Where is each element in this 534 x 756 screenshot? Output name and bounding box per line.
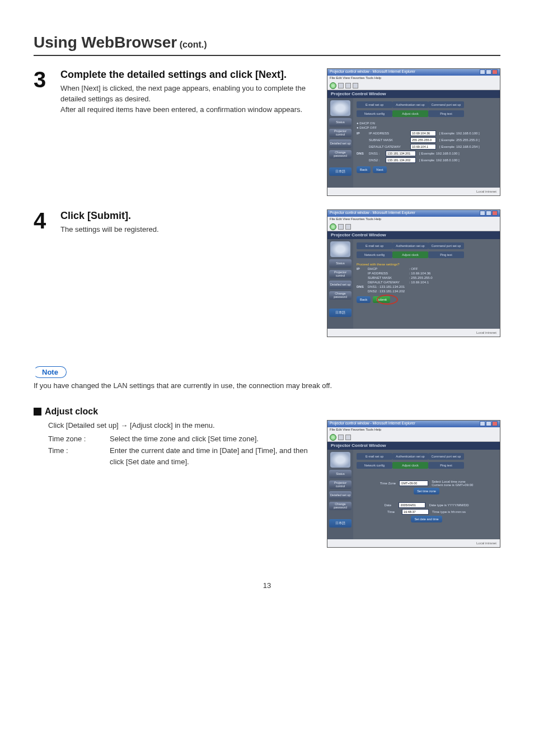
ie-menu[interactable]: File Edit View Favorites Tools Help (327, 217, 500, 222)
back-icon[interactable] (330, 223, 336, 230)
tab-email[interactable]: E-mail set up (357, 242, 392, 249)
step-4: 4 Click [Submit]. The settings will be r… (34, 209, 500, 337)
adjust-tz-label: Time zone : (48, 433, 104, 445)
ip-row-label: IP (357, 267, 366, 270)
tab-adjust-clock[interactable]: Adjust clock (392, 251, 428, 258)
tab-auth[interactable]: Authentication set up (392, 242, 428, 249)
sidebar-projector-control[interactable]: Projector control (329, 270, 352, 278)
sidebar-detailed-setup[interactable]: Detailed set up (329, 281, 352, 289)
toolbar-icon[interactable] (345, 435, 351, 440)
close-icon[interactable] (492, 211, 498, 216)
max-icon[interactable] (486, 69, 491, 74)
toolbar-icon[interactable] (345, 83, 351, 88)
set-timezone-button[interactable]: Set time zone (414, 488, 439, 494)
sidebar-change-password[interactable]: Change password (329, 502, 352, 510)
time-input[interactable]: 16:48:37 (402, 509, 429, 515)
sidebar-change-password[interactable]: Change password (329, 150, 352, 158)
toolbar-icon[interactable] (353, 83, 358, 88)
min-icon[interactable] (480, 421, 485, 426)
ie-window-step4: Projector control window - Microsoft Int… (327, 209, 500, 337)
ip-value: : 10.69.104.36 (409, 272, 430, 275)
back-icon[interactable] (330, 82, 336, 89)
back-button[interactable]: Back (357, 166, 371, 173)
page-number: 13 (34, 581, 500, 590)
dhcp-off-radio[interactable]: ● DHCP OFF (357, 126, 377, 129)
tab-ping[interactable]: Ping test (428, 462, 464, 469)
sidebar-status[interactable]: Status (329, 470, 352, 478)
page-title: Using WebBrowser (cont.) (34, 34, 500, 56)
ie-menu[interactable]: File Edit View Favorites Tools Help (327, 427, 500, 433)
back-button[interactable]: Back (357, 296, 371, 303)
tab-email[interactable]: E-mail set up (357, 453, 392, 460)
sidebar-japanese[interactable]: 日本語 (329, 519, 352, 528)
date-input[interactable]: 2005/04/01 (399, 502, 425, 508)
sidebar-detailed-setup[interactable]: Detailed set up (329, 491, 352, 500)
sidebar-status[interactable]: Status (329, 118, 352, 127)
projector-lens-icon (330, 100, 350, 116)
min-icon[interactable] (480, 211, 485, 216)
step-4-desc: The settings will be registered. (60, 225, 320, 235)
dns-row-label: DNS (357, 152, 366, 155)
sidebar-japanese[interactable]: 日本語 (329, 309, 352, 317)
date-label: Date (384, 503, 395, 507)
min-icon[interactable] (480, 69, 485, 74)
tab-network[interactable]: Network config (357, 251, 392, 258)
sidebar-projector-control[interactable]: Projector control (329, 480, 352, 489)
dns2-input[interactable]: 133.181.134.202 (386, 157, 416, 163)
set-datetime-button[interactable]: Set date and time (411, 516, 442, 522)
projector-lens-icon (330, 452, 350, 468)
ie-toolbar (327, 433, 500, 442)
ie-title-step3: Projector control window - Microsoft Int… (330, 69, 415, 75)
tab-email[interactable]: E-mail set up (357, 101, 392, 108)
max-icon[interactable] (486, 211, 491, 216)
dhcp-on-radio[interactable]: ● DHCP ON (357, 122, 375, 125)
ie-menu[interactable]: File Edit View Favorites Tools Help (327, 76, 500, 81)
time-label: Time (387, 510, 399, 514)
close-icon[interactable] (492, 421, 498, 426)
tab-network[interactable]: Network config (357, 110, 392, 117)
toolbar-icon[interactable] (338, 435, 344, 440)
tab-cmd[interactable]: Command port set up (428, 242, 464, 249)
sidebar-detailed-setup[interactable]: Detailed set up (329, 139, 352, 148)
sidebar-status[interactable]: Status (329, 259, 352, 268)
tab-auth[interactable]: Authentication set up (392, 453, 428, 460)
tab-ping[interactable]: Ping test (428, 251, 464, 258)
title-cont: (cont.) (177, 40, 207, 49)
pcw-header: Projector Control Window (327, 90, 500, 98)
adjust-time-label: Time : (48, 445, 104, 467)
toolbar-icon[interactable] (338, 224, 344, 230)
toolbar-icon[interactable] (338, 83, 344, 88)
adjust-time-text: Enter the current date and time in [Date… (110, 445, 320, 467)
gateway-example: [ Example: 192.168.0.254 ] (439, 145, 480, 148)
step-3-number: 3 (34, 68, 60, 91)
next-button[interactable]: Next (373, 166, 386, 173)
ip-input[interactable]: 10.69.104.36 (410, 130, 436, 136)
tab-network[interactable]: Network config (357, 462, 392, 469)
tab-ping[interactable]: Ping test (428, 110, 464, 117)
back-icon[interactable] (330, 434, 336, 441)
tab-auth[interactable]: Authentication set up (392, 101, 428, 108)
tab-adjust-clock[interactable]: Adjust clock (392, 462, 428, 469)
sidebar-japanese[interactable]: 日本語 (329, 167, 352, 176)
tab-adjust-clock[interactable]: Adjust clock (392, 110, 428, 117)
timezone-input[interactable]: GMT+09:00 (399, 480, 428, 486)
submit-button[interactable]: Submit (373, 296, 390, 303)
gateway-input[interactable]: 10.69.104.1 (410, 144, 436, 150)
sidebar-projector-control[interactable]: Projector control (329, 129, 352, 137)
sidebar-change-password[interactable]: Change password (329, 291, 352, 300)
adjust-clock-heading-text: Adjust clock (45, 407, 98, 417)
max-icon[interactable] (486, 421, 491, 426)
subnet-input[interactable]: 255.255.255.0 (410, 137, 436, 143)
tab-cmd[interactable]: Command port set up (428, 101, 464, 108)
date-info: Date type is YYYY/MM/DD (429, 503, 469, 507)
close-icon[interactable] (492, 69, 498, 74)
gateway-label: DEFAULT GATEWAY (369, 145, 407, 148)
toolbar-icon[interactable] (345, 224, 351, 230)
gateway-label: DEFAULT GATEWAY (368, 281, 407, 284)
subnet-label: SUBNET MASK (368, 276, 407, 279)
dns1-input[interactable]: 133.181.134.201 (386, 151, 416, 156)
sidebar: Status Projector control Detailed set up… (327, 98, 353, 188)
tab-cmd[interactable]: Command port set up (428, 453, 464, 460)
sidebar: Status Projector control Detailed set up… (327, 450, 353, 539)
dns2-value: DNS2 : 133.181.134.202 (368, 290, 405, 293)
